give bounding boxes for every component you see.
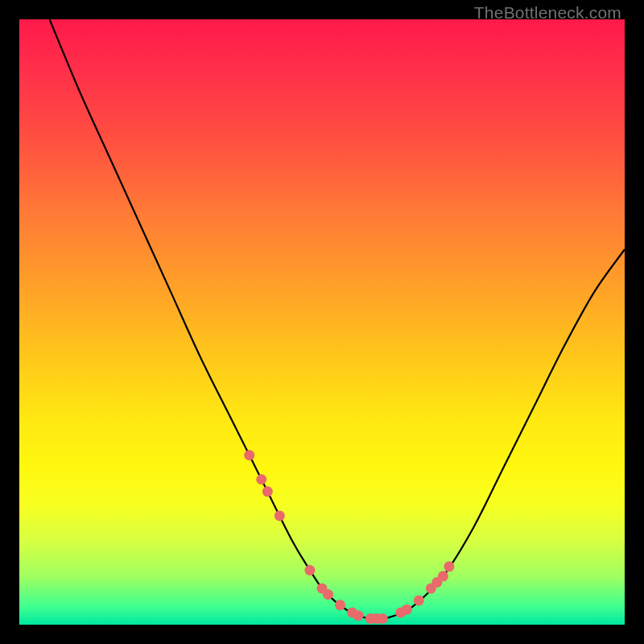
valley-dot — [335, 600, 345, 610]
bottleneck-curve-path — [50, 19, 625, 619]
valley-dot — [438, 571, 448, 581]
valley-dot — [262, 486, 273, 497]
valley-dot — [323, 589, 333, 600]
valley-dot — [275, 510, 285, 521]
valley-dots-group — [244, 450, 454, 624]
valley-dot — [378, 613, 388, 624]
valley-dot — [414, 595, 424, 605]
valley-dot — [304, 565, 315, 576]
valley-dot — [256, 474, 266, 485]
plot-area — [19, 19, 625, 625]
valley-dot — [353, 610, 364, 621]
bottleneck-curve-svg — [19, 19, 625, 625]
chart-frame: TheBottleneck.com — [0, 0, 644, 644]
valley-dot — [444, 561, 454, 572]
valley-dot — [244, 450, 254, 460]
valley-dot — [402, 605, 412, 615]
